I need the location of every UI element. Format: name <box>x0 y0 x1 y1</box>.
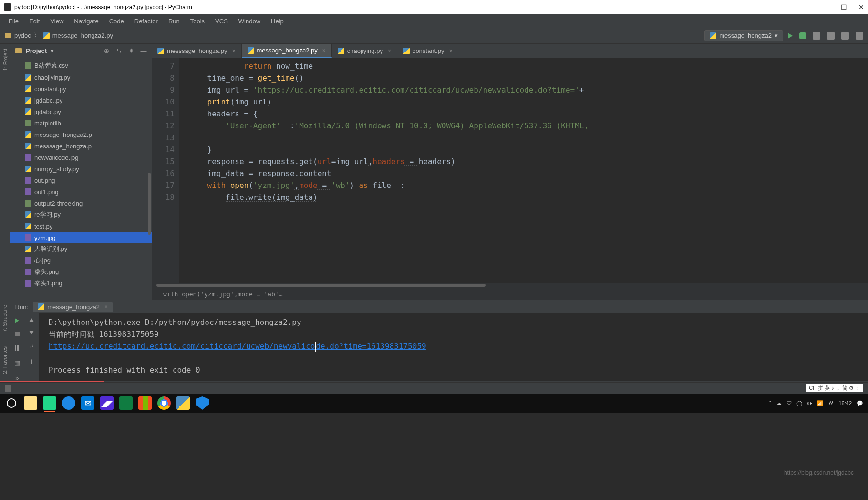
editor-tab[interactable]: message_hongza2.py× <box>242 44 332 58</box>
tree-item[interactable]: B站弹幕.csv <box>10 60 152 72</box>
locate-icon[interactable]: ⊕ <box>103 48 110 54</box>
tray-expand-icon[interactable]: ˄ <box>769 400 772 406</box>
tree-item[interactable]: re学习.py <box>10 209 152 220</box>
pycharm-taskbar-icon[interactable] <box>43 396 56 410</box>
scrollbar-thumb[interactable] <box>148 173 151 235</box>
tree-item[interactable]: out1.png <box>10 186 152 198</box>
profile-button[interactable] <box>827 32 835 40</box>
tree-item[interactable]: test.py <box>10 220 152 232</box>
editor-tab[interactable]: constant.py× <box>397 44 459 58</box>
tray-people-icon[interactable]: ◯ <box>796 400 802 406</box>
close-icon[interactable]: × <box>388 48 391 54</box>
editor-tab[interactable]: chaojiying.py× <box>332 44 397 58</box>
breadcrumb[interactable]: pydoc 〉 message_hongza2.py <box>5 31 113 40</box>
stop-button[interactable] <box>15 332 20 336</box>
tree-item[interactable]: jgdabc.py <box>10 106 152 117</box>
code-content[interactable]: return now_time time_one = get_time() im… <box>179 58 868 283</box>
mail-icon[interactable]: ✉ <box>81 396 94 410</box>
console-output[interactable]: D:\python\python.exe D:/python/pydoc/mes… <box>39 313 868 381</box>
tray-network-icon[interactable]: 📶 <box>817 400 824 406</box>
visual-studio-icon[interactable]: ◢◤ <box>100 396 114 410</box>
hide-icon[interactable]: — <box>140 48 147 54</box>
tool-window-toggle[interactable] <box>5 385 11 392</box>
update-project-button[interactable] <box>856 32 863 40</box>
tree-item[interactable]: out.png <box>10 175 152 186</box>
tree-item[interactable]: 人脸识别.py <box>10 243 152 255</box>
console-link[interactable]: de.do?time=1613983175059 <box>316 342 426 351</box>
project-tool-button[interactable]: 1: Project <box>2 49 8 71</box>
run-config-selector[interactable]: message_hongza2 ▾ <box>704 30 783 41</box>
start-button[interactable] <box>5 396 18 410</box>
rerun-button[interactable] <box>15 318 19 323</box>
menu-view[interactable]: View <box>45 16 68 27</box>
editor-hscrollbar[interactable] <box>152 283 868 288</box>
tree-item[interactable]: message_hongza2.p <box>10 129 152 140</box>
maximize-button[interactable]: ☐ <box>841 3 847 11</box>
menu-code[interactable]: Code <box>104 16 129 27</box>
tray-shield-icon[interactable]: 🛡 <box>786 400 792 406</box>
breadcrumb-file[interactable]: message_hongza2.py <box>52 32 113 39</box>
tree-item[interactable]: 拳头.png <box>10 266 152 278</box>
favorites-tool-button[interactable]: 2: Favorites <box>2 346 8 374</box>
console-link[interactable]: https://uc.creditcard.ecitic.com/citicca… <box>49 342 315 351</box>
tree-item[interactable]: yzm.jpg <box>10 232 152 243</box>
minimize-button[interactable]: — <box>823 3 829 11</box>
close-icon[interactable]: × <box>104 303 108 310</box>
chrome-icon[interactable] <box>157 396 171 410</box>
close-button[interactable]: ✕ <box>858 3 864 11</box>
tree-item[interactable]: messsage_hongza.p <box>10 140 152 152</box>
file-explorer-icon[interactable] <box>24 396 37 410</box>
microsoft-store-icon[interactable] <box>138 396 152 410</box>
breadcrumb-root[interactable]: pydoc <box>14 32 31 39</box>
expand-icon[interactable]: ⇆ <box>115 48 122 54</box>
scroll-end-button[interactable]: ⤓ <box>28 358 35 365</box>
menu-vcs[interactable]: VCS <box>210 16 233 27</box>
structure-tool-button[interactable]: 7: Structure <box>2 305 8 332</box>
dropdown-icon[interactable]: ▾ <box>51 47 54 54</box>
menu-refactor[interactable]: Refactor <box>130 16 163 27</box>
tray-notification-icon[interactable]: 💬 <box>857 400 863 406</box>
more-button[interactable]: » <box>14 375 21 381</box>
tree-item[interactable]: output2-threeking <box>10 198 152 209</box>
tree-item[interactable]: 心.jpg <box>10 255 152 266</box>
menu-file[interactable]: File <box>4 16 23 27</box>
scrollbar-thumb[interactable] <box>156 284 486 287</box>
menu-edit[interactable]: Edit <box>24 16 44 27</box>
excel-icon[interactable] <box>119 396 133 410</box>
pause-button[interactable] <box>15 345 20 351</box>
run-button[interactable] <box>788 33 793 39</box>
debug-button[interactable] <box>799 32 806 39</box>
system-tray[interactable]: ˄ ☁ 🛡 ◯ 🕪 📶 🗲 16:42 💬 <box>769 400 863 406</box>
close-icon[interactable]: × <box>449 48 452 54</box>
editor-breadcrumb[interactable]: with open('yzm.jpg',mode = 'wb'… <box>152 288 868 300</box>
run-coverage-button[interactable] <box>813 32 820 40</box>
tree-item[interactable]: matplotlib <box>10 117 152 129</box>
security-icon[interactable] <box>196 396 209 410</box>
settings-icon[interactable]: ✷ <box>128 48 134 54</box>
tree-item[interactable]: numpy_study.py <box>10 163 152 175</box>
editor-tab[interactable]: messsage_hongza.py× <box>152 44 242 58</box>
tree-item[interactable]: chaojiying.py <box>10 72 152 83</box>
tree-item[interactable]: constant.py <box>10 83 152 94</box>
tree-item[interactable]: newvalicode.jpg <box>10 152 152 163</box>
file-tree[interactable]: B站弹幕.csvchaojiying.pyconstant.pyjgdabc..… <box>10 58 152 300</box>
close-icon[interactable]: × <box>232 48 235 54</box>
search-everywhere-button[interactable] <box>841 32 849 40</box>
layout-button[interactable]: ▦ <box>14 359 21 366</box>
tree-item[interactable]: 拳头1.png <box>10 278 152 289</box>
tray-cloud-icon[interactable]: ☁ <box>776 400 782 406</box>
up-icon[interactable] <box>29 318 34 322</box>
python-taskbar-icon[interactable] <box>176 396 190 410</box>
menu-help[interactable]: Help <box>266 16 289 27</box>
run-tab[interactable]: message_hongza2 × <box>33 302 113 312</box>
down-icon[interactable] <box>29 331 34 334</box>
edge-icon[interactable] <box>62 396 75 410</box>
soft-wrap-button[interactable]: ⤶ <box>28 343 35 350</box>
menu-navigate[interactable]: Navigate <box>69 16 103 27</box>
menu-tools[interactable]: Tools <box>186 16 209 27</box>
close-icon[interactable]: × <box>322 47 326 54</box>
tray-sound-icon[interactable]: 🕪 <box>807 400 812 406</box>
menu-run[interactable]: Run <box>164 16 185 27</box>
editor-body[interactable]: 789101112131415161718 return now_time ti… <box>152 58 868 283</box>
tray-clock[interactable]: 16:42 <box>838 400 852 406</box>
